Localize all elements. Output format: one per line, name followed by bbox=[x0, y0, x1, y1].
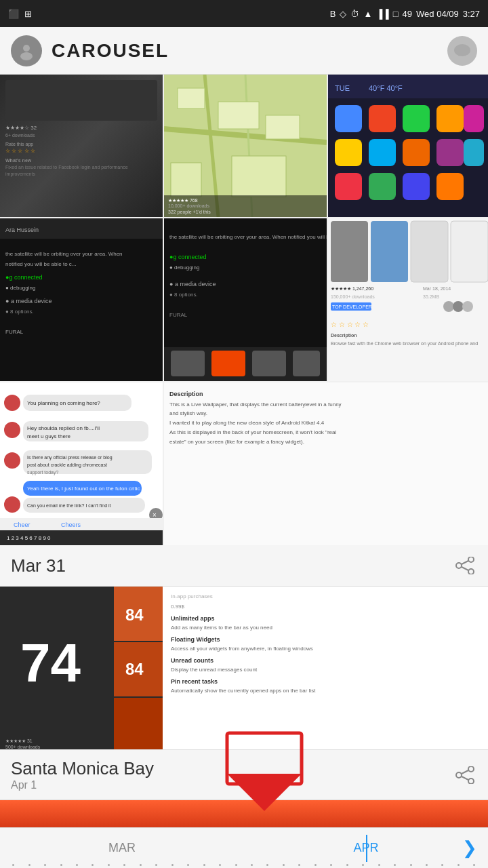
unlimited-apps-title: Unlimited apps bbox=[171, 615, 480, 622]
red-arrow-overlay bbox=[214, 730, 315, 814]
svg-text:Is there any official press re: Is there any official press release or b… bbox=[27, 455, 113, 460]
svg-point-64 bbox=[443, 301, 454, 312]
svg-line-117 bbox=[462, 770, 468, 774]
svg-text:●g connected: ●g connected bbox=[169, 254, 206, 260]
svg-point-104 bbox=[468, 569, 474, 574]
unread-counts-desc: Display the unread messages count bbox=[171, 667, 480, 673]
gallery-icon: ⬛ bbox=[8, 9, 19, 19]
svg-text:● 8 options.: ● 8 options. bbox=[169, 292, 198, 298]
svg-text:84: 84 bbox=[125, 660, 144, 678]
timeline-next-chevron[interactable]: ❯ bbox=[462, 837, 477, 859]
diamond-icon: ◇ bbox=[340, 9, 346, 19]
grid-cell-3[interactable]: TUE 40°F 40°F bbox=[328, 75, 488, 217]
svg-text:You planning on coming here?: You planning on coming here? bbox=[27, 400, 100, 406]
svg-line-106 bbox=[462, 567, 468, 570]
svg-point-85 bbox=[4, 496, 20, 513]
battery-level: 49 bbox=[403, 9, 412, 19]
svg-rect-14 bbox=[328, 75, 488, 98]
svg-text:Description: Description bbox=[331, 333, 357, 338]
svg-rect-51 bbox=[252, 351, 286, 376]
timeline-month-apr[interactable]: APR bbox=[244, 828, 488, 869]
map-image: ★★★★★ 768 10,000+ downloads 322 people +… bbox=[164, 75, 327, 217]
svg-rect-25 bbox=[436, 139, 464, 166]
pin-tasks-title: Pin recent tasks bbox=[171, 678, 480, 685]
svg-rect-23 bbox=[369, 139, 396, 166]
card-text-area: In-app purchases 0.99$ Unlimited apps Ad… bbox=[163, 587, 488, 749]
grid-cell-2[interactable]: ★★★★★ 768 10,000+ downloads 322 people +… bbox=[164, 75, 327, 217]
svg-rect-29 bbox=[403, 173, 430, 200]
svg-text:and stylish way.: and stylish way. bbox=[169, 410, 207, 416]
timeline-divider bbox=[366, 835, 367, 862]
timeline-months: MAR APR bbox=[0, 828, 488, 869]
app-avatar bbox=[11, 35, 42, 66]
floating-widgets-desc: Access all your widgets from anywhere, i… bbox=[171, 646, 480, 652]
svg-rect-11 bbox=[171, 163, 201, 197]
svg-rect-54 bbox=[331, 221, 368, 282]
grid-cell-4[interactable]: Ara Hussein the satellite will be orbiti… bbox=[0, 218, 163, 381]
svg-rect-113 bbox=[114, 698, 163, 749]
svg-point-71 bbox=[4, 395, 20, 411]
santa-share-button[interactable] bbox=[453, 763, 477, 787]
top-bar: CAROUSEL bbox=[0, 27, 488, 75]
grid-cell-6[interactable]: ★★★★★ 1,247,260 Mar 18, 2014 150,000+ do… bbox=[328, 218, 488, 381]
svg-text:the satellite will be orbiting: the satellite will be orbiting over your… bbox=[5, 251, 123, 257]
svg-point-0 bbox=[23, 45, 30, 52]
svg-rect-57 bbox=[451, 221, 488, 282]
app-title: CAROUSEL bbox=[52, 40, 169, 62]
svg-point-102 bbox=[468, 557, 474, 562]
svg-text:Ara Hussein: Ara Hussein bbox=[5, 226, 39, 233]
svg-rect-8 bbox=[178, 88, 205, 108]
chat-button[interactable] bbox=[447, 36, 477, 66]
in-app-purchases: In-app purchases bbox=[171, 593, 480, 599]
datetime: Wed 04/09 bbox=[416, 9, 459, 19]
svg-text:Mar 18, 2014: Mar 18, 2014 bbox=[423, 286, 451, 291]
svg-text:TOP DEVELOPER: TOP DEVELOPER bbox=[332, 304, 372, 309]
grid-cell-1[interactable]: ★★★★☆ 32 6+ downloads Rate this app ☆ ☆ … bbox=[0, 75, 163, 217]
svg-text:150,000+ downloads: 150,000+ downloads bbox=[331, 294, 375, 299]
grid-cell-5[interactable]: the satellite will be orbiting over your… bbox=[164, 218, 327, 381]
svg-text:Hey shoulda replied on fb....I: Hey shoulda replied on fb....I'll bbox=[27, 425, 100, 431]
timeline-month-mar[interactable]: MAR bbox=[0, 828, 244, 869]
svg-line-118 bbox=[462, 776, 468, 780]
svg-text:support today?: support today? bbox=[27, 470, 58, 475]
svg-text:● 8 options.: ● 8 options. bbox=[5, 309, 34, 315]
mar31-share-button[interactable] bbox=[453, 553, 477, 578]
pin-tasks-desc: Automatically show the currently opened … bbox=[171, 688, 480, 694]
clock-icon: ⏱ bbox=[350, 9, 359, 19]
svg-text:● a media device: ● a media device bbox=[169, 281, 216, 288]
svg-text:☆ ☆ ☆ ☆ ☆: ☆ ☆ ☆ ☆ ☆ bbox=[331, 321, 369, 328]
svg-text:●g connected: ●g connected bbox=[5, 274, 42, 281]
grid-cell-8[interactable]: Description This is a Live Wallpaper, th… bbox=[164, 382, 488, 545]
svg-text:35.2MB: 35.2MB bbox=[423, 294, 439, 299]
svg-point-103 bbox=[456, 563, 462, 568]
svg-text:post about crackle adding chro: post about crackle adding chromecast bbox=[27, 462, 107, 468]
unread-counts-title: Unread counts bbox=[171, 657, 480, 664]
svg-point-65 bbox=[453, 301, 464, 312]
svg-text:● debugging: ● debugging bbox=[5, 285, 35, 291]
svg-rect-50 bbox=[211, 351, 245, 376]
bluetooth-icon: B bbox=[330, 9, 336, 19]
svg-text:Yeah there is, I just found ou: Yeah there is, I just found out on the f… bbox=[27, 486, 140, 492]
battery-icon: □ bbox=[393, 9, 399, 19]
svg-point-78 bbox=[4, 452, 20, 469]
page-wrapper: ⬛ ⊞ B ◇ ⏱ ▲ ▐▐ □ 49 Wed 04/09 3:27 CAROU… bbox=[0, 0, 488, 868]
svg-rect-17 bbox=[335, 105, 362, 132]
card-image-area: 74 84 84 ★★★★★ 31 500+ downloads bbox=[0, 587, 163, 749]
svg-text:1  2  3  4  5  6  7  8  9  0: 1 2 3 4 5 6 7 8 9 0 bbox=[7, 535, 51, 541]
mar31-header: Mar 31 bbox=[0, 545, 488, 587]
svg-text:Browse fast with the Chrome we: Browse fast with the Chrome web browser … bbox=[331, 341, 478, 347]
svg-rect-24 bbox=[403, 139, 430, 166]
svg-text:Cheer: Cheer bbox=[14, 521, 30, 528]
svg-rect-9 bbox=[218, 102, 259, 129]
svg-rect-56 bbox=[411, 221, 448, 282]
svg-text:This is a Live Wallpaper, that: This is a Live Wallpaper, that displays … bbox=[169, 401, 342, 408]
photo-grid: ★★★★☆ 32 6+ downloads Rate this app ☆ ☆ … bbox=[0, 75, 488, 545]
santa-title: Santa Monica Bay bbox=[11, 758, 154, 779]
svg-text:40°F  40°F: 40°F 40°F bbox=[369, 84, 403, 92]
unlimited-apps-desc: Add as many items to the bar as you need bbox=[171, 625, 480, 631]
svg-rect-27 bbox=[335, 173, 362, 200]
grid-cell-7[interactable]: You planning on coming here? Hey shoulda… bbox=[0, 382, 163, 545]
svg-line-105 bbox=[462, 561, 468, 564]
top-bar-left: CAROUSEL bbox=[11, 35, 169, 66]
timeline-dots bbox=[0, 864, 488, 866]
